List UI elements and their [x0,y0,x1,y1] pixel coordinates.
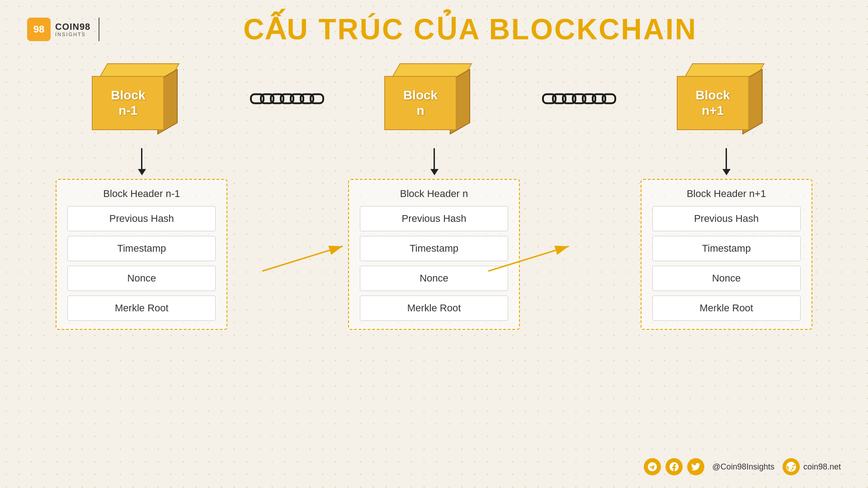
field-timestamp-np1: Timestamp [652,236,801,261]
logo-coin98: COIN98 [55,22,90,32]
arrow-down-n-plus-1 [726,148,727,171]
globe-icon [783,458,800,475]
cube-front-face-n: Blockn [384,76,457,130]
chain-svg-2 [539,86,621,113]
twitter-icon[interactable] [687,458,704,475]
block-label-n-minus-1: Blockn-1 [111,88,145,118]
field-nonce-n1: Nonce [67,266,216,291]
page-title: CẤU TRÚC CỦA BLOCKCHAIN [99,13,841,46]
field-previous-hash-np1: Previous Hash [652,206,801,231]
logo-number: 98 [33,23,44,35]
block-header-n: Block Header n Previous Hash Timestamp N… [348,179,520,330]
logo-area: 98 COIN98 INSIGHTS [27,18,99,41]
field-timestamp-n1: Timestamp [67,236,216,261]
website-text: coin98.net [803,462,841,472]
facebook-icon[interactable] [665,458,683,475]
block-label-n-plus-1: Blockn+1 [696,88,730,118]
main-content: Blockn-1 Block Header n-1 Previous Hash … [0,63,868,330]
block-header-title-n: Block Header n [360,188,508,200]
cube-front-face: Blockn-1 [92,76,164,130]
telegram-icon[interactable] [644,458,661,475]
block-column-n-minus-1: Blockn-1 Block Header n-1 Previous Hash … [36,63,247,330]
logo-box: 98 [27,18,51,41]
website-area: coin98.net [783,458,841,475]
footer: @Coin98Insights coin98.net [644,458,841,475]
field-nonce-n: Nonce [360,266,508,291]
chain-svg-1 [247,86,329,113]
social-handle: @Coin98Insights [712,462,774,472]
block-column-n-plus-1: Blockn+1 Block Header n+1 Previous Hash … [621,63,832,330]
block-label-n: Blockn [403,88,438,118]
block-cube-n-plus-1: Blockn+1 [677,63,776,145]
header: 98 COIN98 INSIGHTS CẤU TRÚC CỦA BLOCKCHA… [0,0,868,59]
block-cube-n: Blockn [384,63,484,145]
arrow-down-n-minus-1 [141,148,142,171]
field-merkle-root-np1: Merkle Root [652,296,801,321]
field-merkle-root-n: Merkle Root [360,296,508,321]
block-header-title-n-minus-1: Block Header n-1 [67,188,216,200]
arrow-down-n [434,148,435,171]
block-cube-n-minus-1: Blockn-1 [92,63,191,145]
social-icons [644,458,704,475]
cube-front-face-n1: Blockn+1 [677,76,749,130]
field-previous-hash-n: Previous Hash [360,206,508,231]
block-header-title-n-plus-1: Block Header n+1 [652,188,801,200]
field-merkle-root-n1: Merkle Root [67,296,216,321]
field-nonce-np1: Nonce [652,266,801,291]
field-previous-hash-n1: Previous Hash [67,206,216,231]
logo-insights: INSIGHTS [55,32,90,37]
chain-1 [247,63,329,113]
chain-2 [539,63,621,113]
field-timestamp-n: Timestamp [360,236,508,261]
logo-text: COIN98 INSIGHTS [55,22,90,37]
block-header-n-plus-1: Block Header n+1 Previous Hash Timestamp… [641,179,812,330]
block-column-n: Blockn Block Header n Previous Hash Time… [329,63,540,330]
block-header-n-minus-1: Block Header n-1 Previous Hash Timestamp… [56,179,227,330]
